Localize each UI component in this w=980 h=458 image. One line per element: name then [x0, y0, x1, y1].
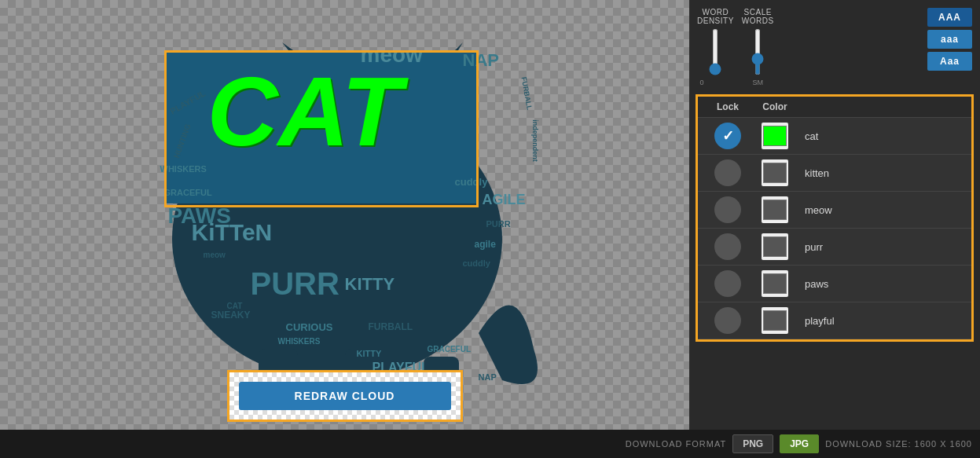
lock-toggle-kitten[interactable]: [714, 159, 741, 186]
word-purr-large: PURR: [251, 266, 340, 302]
jpg-format-button[interactable]: JPG: [780, 434, 819, 453]
word-list-item: paws: [698, 266, 971, 302]
word-list-item: playful: [698, 302, 971, 339]
word-label-purr: purr: [798, 241, 965, 253]
word-purr-right: PURR: [486, 219, 511, 229]
word-playful-top: PLAYFUL: [168, 88, 207, 115]
scale-words-slider[interactable]: [755, 28, 760, 75]
color-swatch-meow[interactable]: [762, 196, 788, 223]
word-kitty2: KITTY: [357, 349, 382, 358]
word-density-section: WORD DENSITY 0: [697, 8, 734, 86]
word-cuddly2: cuddly: [463, 258, 490, 268]
word-list-border: Lock Color ✓ cat kitten: [696, 94, 974, 342]
color-swatch-cat[interactable]: [762, 123, 788, 149]
lock-toggle-purr[interactable]: [714, 233, 741, 260]
word-sneaky: SNEAKY: [211, 310, 251, 321]
checkmark-icon: ✓: [722, 127, 734, 145]
case-buttons: AAA aaa Aaa: [927, 8, 972, 71]
word-nap-top: NAP: [463, 50, 499, 71]
color-swatch-kitten[interactable]: [762, 159, 788, 186]
word-agile: AGILE: [483, 192, 526, 208]
word-list-item: kitten: [698, 155, 971, 192]
right-panel: WORD DENSITY 0 SCALE WORDS SM AAA aaa Aa…: [689, 0, 980, 430]
scale-words-section: SCALE WORDS SM: [742, 8, 774, 86]
header-lock: Lock: [704, 101, 751, 112]
word-independent: independent: [530, 119, 538, 162]
header-word: [798, 101, 965, 112]
redraw-area: REDRAW CLOUD: [227, 370, 463, 422]
word-label-meow: meow: [798, 204, 965, 216]
color-swatch-purr[interactable]: [762, 233, 788, 260]
word-kitty-large: KITTY: [345, 274, 395, 295]
png-format-button[interactable]: PNG: [732, 434, 773, 453]
case-lower-button[interactable]: aaa: [927, 30, 972, 49]
bottom-bar: DOWNLOAD FORMAT PNG JPG DOWNLOAD SIZE: 1…: [0, 430, 980, 458]
lock-toggle-meow[interactable]: [714, 196, 741, 223]
case-upper-button[interactable]: AAA: [927, 8, 972, 27]
word-whiskers: WHISKERS: [160, 164, 207, 174]
download-size-label: DOWNLOAD SIZE: 1600 x 1600: [825, 439, 972, 449]
big-cat-text: CAT: [207, 62, 402, 160]
word-cloud-container: CAT PLAYFUL HUNTING WHISKERS GRACEFUL in…: [125, 35, 565, 396]
controls-top: WORD DENSITY 0 SCALE WORDS SM AAA aaa Aa…: [689, 0, 980, 94]
word-label-paws: paws: [798, 278, 965, 290]
word-meow-small: meow: [204, 251, 226, 259]
lock-toggle-playful[interactable]: [714, 307, 741, 334]
scale-min-label: SM: [753, 79, 764, 86]
word-kitten-large: KiTTeN: [192, 219, 273, 246]
redraw-cloud-button[interactable]: REDRAW CLOUD: [239, 382, 451, 410]
word-cloud-text: CAT PLAYFUL HUNTING WHISKERS GRACEFUL in…: [125, 35, 565, 396]
lock-toggle-paws[interactable]: [714, 270, 741, 297]
word-density-label: WORD DENSITY: [697, 8, 734, 25]
word-list-item: purr: [698, 229, 971, 266]
word-agile2: agile: [475, 239, 496, 250]
lock-toggle-cat[interactable]: ✓: [714, 123, 741, 149]
word-cuddly: cuddly: [455, 176, 488, 188]
word-graceful2: GRACEFUL: [428, 345, 472, 354]
word-density-slider[interactable]: [713, 28, 718, 75]
word-label-playful: playful: [798, 315, 965, 327]
canvas-area: CAT PLAYFUL HUNTING WHISKERS GRACEFUL in…: [0, 0, 689, 430]
word-whiskers2: WHISKERS: [278, 337, 321, 346]
word-furball: FURBALL: [369, 321, 413, 332]
color-swatch-paws[interactable]: [762, 270, 788, 297]
word-list-item: meow: [698, 192, 971, 229]
word-label-kitten: kitten: [798, 167, 965, 179]
scale-words-label: SCALE WORDS: [742, 8, 774, 25]
color-swatch-playful[interactable]: [762, 307, 788, 334]
word-list-panel: Lock Color ✓ cat kitten: [689, 94, 980, 430]
density-min-label: 0: [699, 79, 703, 86]
main-area: CAT PLAYFUL HUNTING WHISKERS GRACEFUL in…: [0, 0, 980, 430]
word-curious: CURIOUS: [286, 321, 333, 333]
case-title-button[interactable]: Aaa: [927, 52, 972, 71]
word-label-cat: cat: [798, 130, 965, 142]
word-hunting: HUNTING: [171, 123, 192, 159]
word-list-header: Lock Color: [698, 97, 971, 118]
download-format-label: DOWNLOAD FORMAT: [626, 439, 726, 449]
word-nap: NAP: [479, 372, 497, 382]
word-furball2: FURBALL: [519, 76, 533, 111]
word-list-item: ✓ cat: [698, 118, 971, 155]
header-color: Color: [751, 101, 798, 112]
word-graceful: GRACEFUL: [164, 188, 212, 197]
